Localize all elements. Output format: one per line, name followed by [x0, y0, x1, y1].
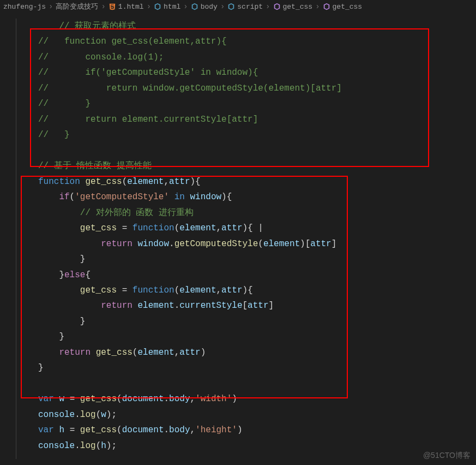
code-line[interactable]: // if('getComputedStyle' in window){	[38, 65, 476, 80]
code-line[interactable]: // 基于 惰性函数 提高性能	[38, 158, 476, 174]
breadcrumb-item[interactable]: get_css	[323, 3, 363, 11]
code-line[interactable]: return element.currentStyle[attr]	[38, 298, 476, 313]
code-line[interactable]: }else{	[38, 267, 476, 283]
code-line[interactable]: }	[38, 252, 476, 267]
symbol-icon	[227, 3, 235, 10]
code-line[interactable]: get_css = function(element,attr){ |	[38, 220, 476, 236]
chevron-right-icon: ›	[264, 2, 272, 11]
chevron-right-icon: ›	[219, 2, 226, 11]
code-line[interactable]: return get_css(element,attr)	[38, 345, 476, 360]
code-line[interactable]: var w = get_css(document.body,'width')	[38, 391, 476, 407]
chevron-right-icon: ›	[182, 2, 189, 11]
symbol-icon	[323, 3, 330, 10]
code-line[interactable]: function get_css(element,attr){	[38, 174, 476, 189]
code-line[interactable]: // }	[38, 96, 476, 111]
symbol-icon	[154, 3, 161, 10]
code-line[interactable]: var h = get_css(document.body,'height')	[38, 422, 476, 438]
breadcrumb-item[interactable]: zhufeng-js	[3, 3, 46, 11]
code-line[interactable]: console.log(h);	[38, 438, 476, 454]
symbol-icon	[191, 3, 198, 10]
code-line[interactable]	[38, 143, 476, 158]
chevron-right-icon: ›	[145, 2, 153, 11]
symbol-icon	[273, 3, 281, 10]
code-editor[interactable]: // 获取元素的样式// function get_css(element,at…	[0, 13, 476, 454]
breadcrumb-item[interactable]: html	[154, 3, 180, 11]
code-line[interactable]: }	[38, 360, 476, 375]
chevron-right-icon: ›	[99, 2, 107, 11]
code-line[interactable]: return window.getComputedStyle(element)[…	[38, 236, 476, 252]
chevron-right-icon: ›	[47, 2, 55, 11]
code-line[interactable]: }	[38, 314, 476, 329]
code-line[interactable]: // function get_css(element,attr){	[38, 34, 476, 49]
breadcrumb-item[interactable]: body	[191, 3, 218, 11]
code-line[interactable]: // 对外部的 函数 进行重构	[38, 205, 476, 220]
code-line[interactable]	[38, 376, 476, 391]
code-line[interactable]: // console.log(1);	[38, 50, 476, 65]
code-line[interactable]: // }	[38, 127, 476, 142]
chevron-right-icon: ›	[314, 2, 321, 11]
breadcrumb-item[interactable]: 高阶变成技巧	[56, 2, 98, 11]
breadcrumb-item[interactable]: 1.html	[109, 3, 144, 11]
code-line[interactable]: // return element.currentStyle[attr]	[38, 112, 476, 127]
code-line[interactable]: // return window.getComputedStyle(elemen…	[38, 81, 476, 96]
code-line[interactable]: get_css = function(element,attr){	[38, 283, 476, 298]
file-html-icon	[109, 3, 116, 10]
code-line[interactable]: console.log(w);	[38, 407, 476, 422]
editor-gutter	[0, 19, 16, 459]
watermark: @51CTO博客	[423, 451, 471, 461]
breadcrumb-item[interactable]: script	[227, 3, 263, 11]
breadcrumb: zhufeng-js › 高阶变成技巧 › 1.html › html › bo…	[0, 0, 476, 13]
code-line[interactable]: // 获取元素的样式	[38, 19, 476, 34]
code-line[interactable]: }	[38, 329, 476, 344]
code-line[interactable]: if('getComputedStyle' in window){	[38, 189, 476, 205]
code-content[interactable]: // 获取元素的样式// function get_css(element,at…	[16, 19, 476, 454]
breadcrumb-item[interactable]: get_css	[273, 3, 313, 11]
